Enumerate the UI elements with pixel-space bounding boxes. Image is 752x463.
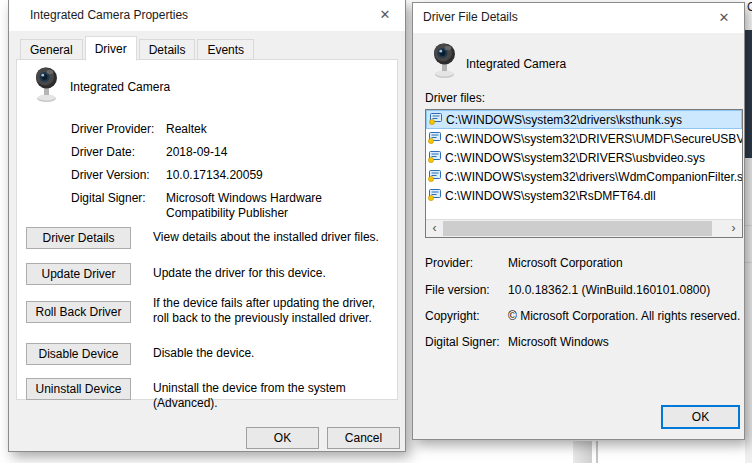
driver-file-row[interactable]: C:\WINDOWS\system32\DRIVERS\UMDF\SecureU… [426,129,742,148]
field-value: Microsoft Windows Hardware Compatibility… [166,191,386,221]
field-label: Driver Version: [71,168,150,182]
driver-file-row[interactable]: C:\WINDOWS\system32\drivers\ksthunk.sys [426,110,742,129]
background-scrollbar-fragment [573,441,592,463]
driver-file-path: C:\WINDOWS\system32\drivers\ksthunk.sys [446,113,682,127]
uninstall-device-description: Uninstall the device from the system (Ad… [153,381,391,411]
driver-file-path: C:\WINDOWS\system32\DRIVERS\usbvideo.sys [445,151,705,165]
info-label: Copyright: [425,309,480,323]
details-dialog-title: Driver File Details [423,10,518,24]
driver-file-icon [428,131,442,147]
ok-button[interactable]: OK [246,427,319,449]
horizontal-scrollbar[interactable]: ‹ › [426,219,742,237]
field-value: 10.0.17134.20059 [166,168,386,183]
field-label: Driver Provider: [71,122,154,136]
scrollbar-thumb[interactable] [443,221,712,236]
field-label: Driver Date: [71,145,135,159]
driver-file-details-dialog: Driver File Details ✕ Integrated Camera … [412,2,745,440]
tab-details[interactable]: Details [139,39,196,60]
background-divider [745,225,752,226]
webcam-icon [431,43,458,83]
background-dark-band [745,30,752,158]
driver-file-icon [428,150,442,166]
update-driver-button[interactable]: Update Driver [26,263,131,285]
tab-general[interactable]: General [20,39,83,60]
info-label: Provider: [425,256,473,270]
properties-dialog-title: Integrated Camera Properties [30,8,188,22]
background-divider [745,262,752,263]
driver-details-description: View details about the installed driver … [153,230,391,245]
info-value: © Microsoft Corporation. All rights rese… [508,309,740,323]
driver-file-path: C:\WINDOWS\system32\DRIVERS\UMDF\SecureU… [445,132,743,146]
driver-file-icon [429,112,443,128]
roll-back-driver-description: If the device fails after updating the d… [153,296,391,326]
webcam-icon [33,67,60,107]
uninstall-device-button[interactable]: Uninstall Device [26,378,131,400]
background-window-right-sliver: C [745,0,752,463]
driver-file-row[interactable]: C:\WINDOWS\system32\drivers\WdmCompanion… [426,167,742,186]
close-icon[interactable]: ✕ [369,2,401,28]
field-value: 2018-09-14 [166,145,386,160]
tab-events[interactable]: Events [197,39,254,60]
scroll-left-icon[interactable]: ‹ [426,220,443,237]
cancel-button[interactable]: Cancel [327,427,400,449]
info-label: Digital Signer: [425,335,500,349]
ok-button[interactable]: OK [661,405,740,429]
device-name: Integrated Camera [70,80,170,94]
driver-tab-page: Integrated Camera Driver Provider: Realt… [16,59,398,400]
disable-device-button[interactable]: Disable Device [26,343,131,365]
driver-details-button[interactable]: Driver Details [26,227,131,249]
driver-files-listbox[interactable]: C:\WINDOWS\system32\drivers\ksthunk.sys … [425,109,743,238]
info-value: 10.0.18362.1 (WinBuild.160101.0800) [508,283,710,297]
update-driver-description: Update the driver for this device. [153,266,391,281]
close-icon[interactable]: ✕ [708,5,740,31]
properties-titlebar[interactable]: Integrated Camera Properties ✕ [9,0,405,31]
disable-device-description: Disable the device. [153,346,391,361]
background-text-fragment: C [745,0,752,30]
info-label: File version: [425,283,490,297]
driver-file-icon [428,169,442,185]
details-titlebar[interactable]: Driver File Details ✕ [413,3,744,33]
roll-back-driver-button[interactable]: Roll Back Driver [26,301,131,323]
tab-strip: General Driver Details Events [20,36,256,61]
field-label: Digital Signer: [71,191,146,205]
tab-driver[interactable]: Driver [85,36,137,61]
properties-dialog: Integrated Camera Properties ✕ General D… [8,0,406,452]
driver-file-icon [428,188,442,204]
field-value: Realtek [166,122,386,137]
background-window-edge [596,441,598,463]
driver-file-path: C:\WINDOWS\system32\RsDMFT64.dll [445,189,656,203]
info-value: Microsoft Windows [508,335,609,349]
driver-files-label: Driver files: [425,91,485,105]
device-name: Integrated Camera [466,57,566,71]
info-value: Microsoft Corporation [508,256,623,270]
driver-file-row[interactable]: C:\WINDOWS\system32\DRIVERS\usbvideo.sys [426,148,742,167]
driver-file-path: C:\WINDOWS\system32\drivers\WdmCompanion… [445,170,743,184]
scroll-right-icon[interactable]: › [725,220,742,237]
driver-file-row[interactable]: C:\WINDOWS\system32\RsDMFT64.dll [426,186,742,205]
